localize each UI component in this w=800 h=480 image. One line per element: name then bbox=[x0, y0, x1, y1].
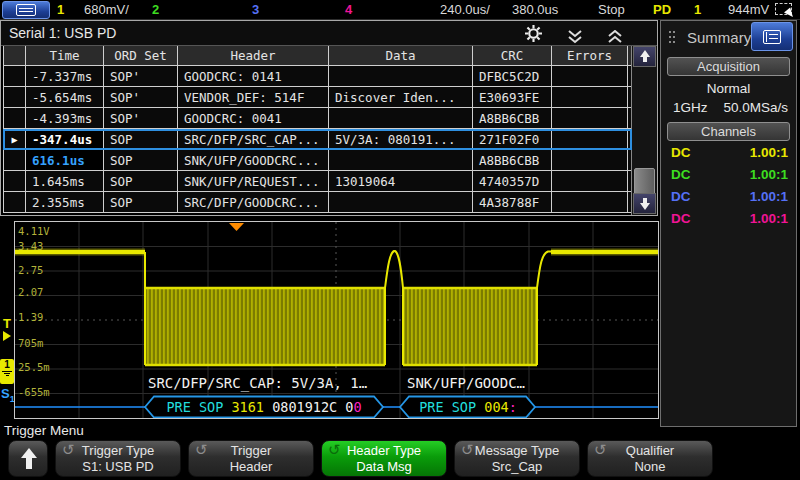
scroll-down-button[interactable] bbox=[633, 193, 656, 214]
knob-icon: ↺ bbox=[594, 442, 607, 458]
acquisition-section-header[interactable]: Acquisition bbox=[667, 57, 790, 76]
softkey-header-type[interactable]: ↺ Header Type Data Msg bbox=[321, 440, 447, 477]
table-row[interactable]: 1.645ms SOP SNK/UFP/REQUEST... 13019064 … bbox=[3, 171, 632, 192]
col-errors: Errors bbox=[552, 46, 628, 65]
softkey-message-type[interactable]: ↺ Message Type Src_Cap bbox=[454, 440, 580, 477]
table-row[interactable]: -4.393ms SOP' GOODCRC: 0041 A8BB6CBB bbox=[3, 108, 632, 129]
softkey-trigger[interactable]: ↺ Trigger Header bbox=[188, 440, 314, 477]
menu-back-button[interactable] bbox=[8, 440, 48, 477]
y-axis-label: 25.5m bbox=[18, 361, 50, 373]
sample-rate-value: 50.0MSa/s bbox=[723, 100, 788, 115]
panel-menu-icon bbox=[763, 30, 781, 44]
knob-icon: ↺ bbox=[62, 442, 75, 458]
decode-table-header: Time ORD Set Header Data CRC Errors bbox=[3, 46, 632, 66]
channel-2-summary[interactable]: DC1.00:1 bbox=[661, 163, 796, 185]
trigger-level-readout[interactable]: 944mV bbox=[728, 2, 769, 17]
knob-icon: ↺ bbox=[328, 442, 341, 458]
summary-title: Summary bbox=[687, 29, 751, 46]
main-menu-button[interactable] bbox=[2, 1, 50, 19]
serial-window-title: Serial 1: USB PD bbox=[9, 25, 116, 41]
col-data: Data bbox=[329, 46, 473, 65]
decode-table: Time ORD Set Header Data CRC Errors -7.3… bbox=[3, 46, 632, 213]
table-scrollbar[interactable] bbox=[631, 46, 657, 215]
col-marker bbox=[3, 46, 26, 65]
serial-window-titlebar[interactable]: Serial 1: USB PD bbox=[1, 21, 657, 46]
y-axis-label: -655m bbox=[18, 386, 50, 398]
decode-frame-text: PRE SOP 004: bbox=[404, 398, 532, 416]
channel-1-scale[interactable]: 680mV/ bbox=[84, 2, 129, 17]
decode-annotation: SNK/UFP/GOODC… bbox=[407, 375, 525, 391]
softkey-trigger-type[interactable]: ↺ Trigger Type S1: USB PD bbox=[55, 440, 181, 477]
decode-annotation: SRC/DFP/SRC_CAP: 5V/3A, 1… bbox=[148, 375, 367, 391]
trigger-time-marker[interactable]: T bbox=[3, 316, 11, 331]
col-header: Header bbox=[178, 46, 329, 65]
channel-2-button[interactable]: 2 bbox=[152, 2, 159, 17]
touch-select-icon[interactable] bbox=[775, 3, 792, 15]
channel-1-button[interactable]: 1 bbox=[57, 2, 64, 17]
trigger-level-icon[interactable] bbox=[3, 331, 11, 341]
channel-1-summary[interactable]: DC1.00:1 bbox=[661, 141, 796, 163]
waveform-plot[interactable]: 4.11V 3.43 2.75 2.07 1.39 705m 25.5m -65… bbox=[14, 221, 659, 419]
panel-menu-button[interactable] bbox=[751, 22, 793, 51]
scroll-down-icon bbox=[638, 197, 652, 210]
y-axis-label: 1.39 bbox=[18, 311, 43, 323]
col-time: Time bbox=[26, 46, 104, 65]
summary-panel: Summary Acquisition Normal 1GHz 50.0MSa/… bbox=[660, 20, 797, 427]
serial-decode-window: Serial 1: USB PD Time ORD Set bbox=[0, 20, 658, 216]
waveform-area: T 1 S1 bbox=[0, 219, 659, 420]
serial-bus-label[interactable]: S1 bbox=[1, 386, 15, 404]
menu-icon bbox=[16, 4, 36, 16]
menu-title: Trigger Menu bbox=[4, 423, 84, 438]
y-axis-label: 705m bbox=[18, 337, 43, 349]
table-row[interactable]: -5.654ms SOP' VENDOR_DEF: 514F Discover … bbox=[3, 87, 632, 108]
channel-4-summary[interactable]: DC1.00:1 bbox=[661, 207, 796, 229]
acquisition-mode: Normal bbox=[661, 81, 796, 96]
delay-readout[interactable]: 380.0us bbox=[512, 2, 558, 17]
trigger-source-readout[interactable]: 1 bbox=[694, 2, 701, 17]
table-row[interactable]: 2.355ms SOP SRC/DFP/GOODCRC... 4A38788F bbox=[3, 192, 632, 213]
y-axis-label: 2.75 bbox=[18, 264, 43, 276]
channel-ground-icon[interactable]: 1 bbox=[0, 359, 14, 384]
row-marker-icon: ▶ bbox=[3, 129, 26, 149]
softkey-qualifier[interactable]: ↺ Qualifier None bbox=[587, 440, 713, 477]
table-row-selected[interactable]: ▶ -347.4us SOP SRC/DFP/SRC_CAP... 5V/3A:… bbox=[3, 129, 632, 150]
y-axis-label: 4.11V bbox=[18, 225, 50, 237]
knob-icon: ↺ bbox=[461, 442, 474, 458]
y-axis-label: 2.07 bbox=[18, 286, 43, 298]
timebase-readout[interactable]: 240.0us/ bbox=[440, 2, 490, 17]
y-axis-label: 3.43 bbox=[18, 240, 43, 252]
col-ord-set: ORD Set bbox=[104, 46, 178, 65]
channel-3-button[interactable]: 3 bbox=[252, 2, 259, 17]
oscilloscope-screen: 1 680mV/ 2 3 4 240.0us/ 380.0us Stop PD … bbox=[0, 0, 800, 480]
trigger-type-readout[interactable]: PD bbox=[653, 2, 671, 17]
bandwidth-value: 1GHz bbox=[673, 100, 708, 115]
knob-icon: ↺ bbox=[195, 442, 208, 458]
channels-section-header[interactable]: Channels bbox=[667, 122, 790, 141]
col-crc: CRC bbox=[473, 46, 552, 65]
channel-3-summary[interactable]: DC1.00:1 bbox=[661, 185, 796, 207]
table-row[interactable]: 616.1us SOP SNK/UFP/GOODCRC... A8BB6CBB bbox=[3, 150, 632, 171]
status-bar: 1 680mV/ 2 3 4 240.0us/ 380.0us Stop PD … bbox=[0, 0, 800, 20]
drag-handle-icon[interactable] bbox=[669, 31, 671, 33]
table-row[interactable]: -7.337ms SOP' GOODCRC: 0141 DFBC5C2D bbox=[3, 66, 632, 87]
decode-frame-text: PRE SOP 3161 0801912C 00 bbox=[149, 398, 379, 416]
run-state[interactable]: Stop bbox=[598, 2, 625, 17]
scroll-up-button[interactable] bbox=[633, 46, 656, 67]
trigger-position-icon bbox=[229, 223, 244, 231]
scroll-up-icon bbox=[638, 50, 652, 63]
channel-4-button[interactable]: 4 bbox=[345, 2, 352, 17]
softkey-bar: ↺ Trigger Type S1: USB PD ↺ Trigger Head… bbox=[8, 440, 800, 478]
